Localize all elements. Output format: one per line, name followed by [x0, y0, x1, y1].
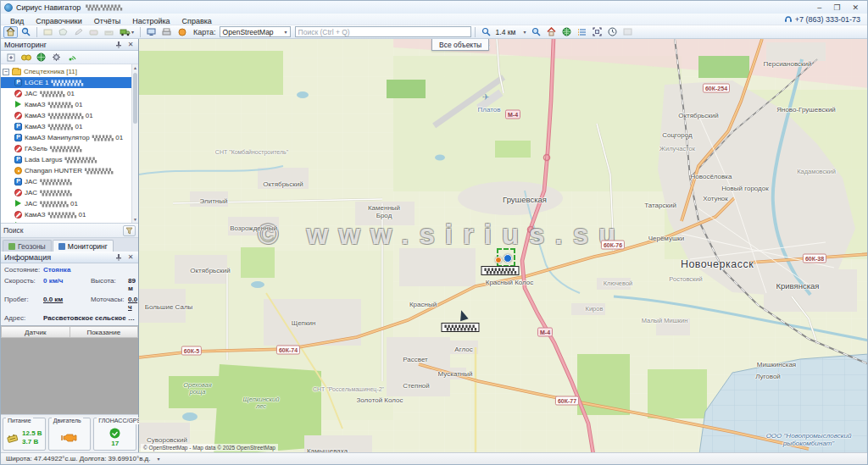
vehicle-group-row[interactable]: −Спецтехника [11]	[1, 66, 131, 77]
main-toolbar: ▾ Карта: OpenStreetMap ▾ 1.4 км ▾	[1, 25, 867, 39]
selected-vehicle-marker[interactable]	[497, 248, 515, 267]
vehicle-tools-button[interactable]: ▾	[117, 26, 136, 38]
telemetry-button[interactable]	[65, 52, 78, 63]
scroll-down-arrow[interactable]: ▼	[132, 216, 138, 223]
vehicle-row[interactable]: ГАЗель ▚▚▚▚▚▚▚▚▚	[1, 143, 131, 154]
address-value: Рассветовское сельское поселен...	[43, 314, 135, 322]
vehicle-row[interactable]: JAC ▚▚▚▚▚▚▚01	[1, 88, 131, 99]
vehicle-row[interactable]: LGCE 1▚▚▚▚▚▚▚▚▚	[1, 77, 131, 88]
menu-item-настройка[interactable]: Настройка	[126, 16, 175, 26]
menu-item-отчёты[interactable]: Отчёты	[88, 16, 126, 26]
track-history-button[interactable]	[605, 26, 620, 38]
vehicle-row[interactable]: КамАЗ ▚▚▚▚▚▚▚▚▚▚01	[1, 110, 131, 121]
global-search-input[interactable]	[295, 26, 471, 37]
menu-item-справочники[interactable]: Справочники	[30, 16, 88, 26]
info-panel-title: Информация	[4, 253, 111, 262]
measure-distance-button[interactable]	[479, 26, 493, 38]
maximize-button[interactable]: ❐	[833, 3, 840, 12]
road-shield: 60К-254	[703, 84, 730, 93]
road-shield: 60К-76	[601, 241, 625, 250]
vehicle-row[interactable]: Changan HUNTER ▚▚▚▚▚▚▚▚	[1, 165, 131, 176]
statusbar-caret-icon[interactable]: ▾	[158, 456, 160, 462]
search-map-button[interactable]	[19, 26, 33, 38]
vehicle-row[interactable]: JAC ▚▚▚▚▚▚▚▚▚	[1, 176, 131, 187]
pin-icon[interactable]	[114, 41, 123, 49]
follow-button[interactable]	[19, 52, 32, 63]
menu-item-вид[interactable]: Вид	[4, 16, 30, 26]
fullscreen-button[interactable]	[590, 26, 604, 38]
map-document-tab[interactable]: Все объекты	[431, 39, 489, 51]
print-button[interactable]	[159, 26, 174, 38]
vehicle-row[interactable]: КамАЗ ▚▚▚▚▚▚▚01	[1, 99, 131, 110]
menu-item-справка[interactable]: Справка	[176, 16, 218, 26]
mileage-link[interactable]: 0.0 км	[43, 296, 63, 303]
geozone-edit-button[interactable]	[71, 26, 86, 38]
masked-plate: ▚▚▚▚▚▚▚▚▚	[50, 146, 81, 152]
application-window: Сириус Навигатор ▚▚▚▚ ▚▚▚▚▚▚ – ❐ ✕ ВидСп…	[0, 0, 868, 465]
vehicle-row[interactable]: Lada Largus ▚▚▚▚▚▚▚▚▚	[1, 154, 131, 165]
chevron-down-icon: ▾	[131, 29, 134, 35]
filter-icon	[125, 227, 133, 235]
home-objects-icon	[6, 27, 15, 36]
vehicle-row[interactable]: КамАЗ ▚▚▚▚▚▚▚01	[1, 121, 131, 132]
vehicle-row[interactable]: JAC ▚▚▚▚▚▚▚▚01	[1, 198, 131, 209]
map-canvas[interactable]: © www.sirius.su Аксайский районПерсианов…	[139, 39, 867, 452]
collapse-icon[interactable]: −	[3, 69, 9, 75]
vehicle-plate-2[interactable]: ▚▚▚▚▚▚▚▚▚	[441, 323, 479, 332]
measure-ruler-button[interactable]	[102, 26, 116, 38]
ruler-icon	[104, 28, 114, 36]
show-on-map-button[interactable]	[35, 52, 47, 63]
tree-scrollbar[interactable]: ▲ ▼	[131, 64, 138, 223]
list-icon	[577, 28, 587, 36]
show-objects-button[interactable]	[3, 26, 18, 38]
globe-icon	[562, 27, 571, 36]
sensor-column-header[interactable]: Датчик	[1, 326, 70, 338]
value-column-header[interactable]: Показание	[70, 326, 139, 338]
selected-vehicle-plate[interactable]: ▚▚▚▚▚▚▚▚▚	[481, 266, 519, 275]
close-panel-icon[interactable]: ✕	[126, 41, 135, 49]
sensors-table-body	[1, 338, 138, 414]
geozone-rect-icon	[43, 28, 53, 36]
close-button[interactable]: ✕	[852, 3, 859, 12]
pencil-icon	[74, 28, 83, 36]
pin-icon[interactable]	[114, 253, 123, 262]
map-provider-select[interactable]: OpenStreetMap ▾	[220, 26, 291, 37]
legend-button[interactable]	[575, 26, 589, 38]
scrollbar-thumb[interactable]	[133, 73, 137, 124]
vehicle-label: Changan HUNTER	[25, 167, 82, 174]
tab-geozones[interactable]: Геозоны	[3, 240, 52, 252]
minimap-button[interactable]	[620, 26, 635, 38]
vehicle-row[interactable]: КамАЗ Манипулятор ▚▚▚▚▚▚01	[1, 132, 131, 143]
zoom-magnifier-icon	[531, 27, 541, 36]
geozone-delete-button[interactable]	[86, 26, 101, 38]
close-info-icon[interactable]: ✕	[126, 253, 135, 262]
vehicle-row[interactable]: КамАЗ ▚▚▚▚▚▚▚▚01	[1, 220, 131, 224]
vehicle-row[interactable]: JAC ▚▚▚▚▚▚▚▚▚	[1, 187, 131, 198]
minimize-button[interactable]: –	[817, 3, 821, 12]
search-filter-button[interactable]	[123, 225, 136, 236]
home-view-button[interactable]	[544, 26, 559, 38]
masked-plate: ▚▚▚▚▚▚▚▚	[48, 223, 76, 224]
vehicle-row[interactable]: КамАЗ ▚▚▚▚▚▚▚▚01	[1, 209, 131, 220]
status-moving-icon	[14, 101, 22, 108]
hours-link[interactable]: 0.0 ч	[128, 296, 137, 311]
vehicle-tree: −Спецтехника [11]LGCE 1▚▚▚▚▚▚▚▚▚JAC ▚▚▚▚…	[1, 64, 138, 224]
scroll-up-arrow[interactable]: ▲	[132, 64, 138, 71]
eraser-icon	[89, 28, 98, 36]
coordinates-text: Широта: 47.44922°с.ш. Долгота: 39.69910°…	[6, 455, 151, 462]
address-label: Адрес:	[4, 314, 43, 322]
zoom-search-button[interactable]	[529, 26, 543, 38]
battery-icon	[6, 433, 19, 443]
expand-all-button[interactable]	[4, 52, 17, 63]
geozone-rect-button[interactable]	[41, 26, 55, 38]
tab-monitoring[interactable]: Мониторинг	[53, 240, 114, 252]
vehicle-label: КамАЗ	[25, 222, 46, 224]
monitor-button[interactable]	[144, 26, 159, 38]
geozone-polygon-button[interactable]	[56, 26, 70, 38]
reports-button[interactable]	[175, 26, 189, 38]
map-scale-select[interactable]: 1.4 км ▾	[494, 26, 528, 37]
tree-settings-button[interactable]	[50, 52, 63, 63]
status-parked-icon	[14, 178, 22, 185]
whole-map-button[interactable]	[559, 26, 574, 38]
truck-icon	[120, 28, 131, 36]
